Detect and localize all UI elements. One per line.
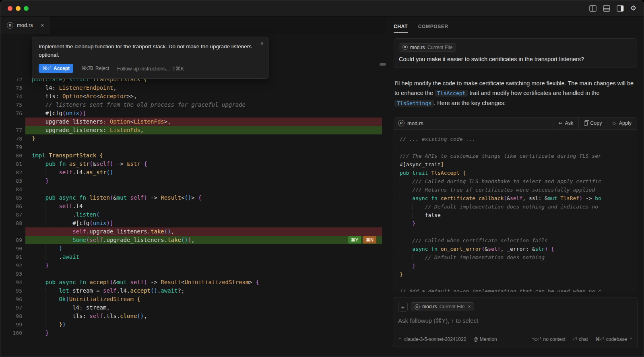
code-block-filename: R mod.rs bbox=[398, 120, 553, 126]
code-line: 93 bbox=[0, 270, 382, 278]
code-line: 96 Ok(UninitializedStream { bbox=[0, 295, 382, 303]
rust-file-icon: R bbox=[402, 45, 408, 50]
line-number: 74 bbox=[0, 92, 25, 101]
tab-chat[interactable]: CHAT bbox=[394, 24, 408, 33]
zoom-window-button[interactable] bbox=[24, 6, 29, 11]
ask-label: Ask bbox=[565, 120, 573, 126]
line-number: 89 bbox=[0, 236, 25, 244]
layout-panel-icon[interactable] bbox=[603, 5, 610, 12]
app-window: ⚙ R mod.rs × Implement the cleanup funct… bbox=[0, 0, 644, 357]
inline-edit-close-icon[interactable]: × bbox=[260, 40, 264, 47]
context-chip-badge: Current File bbox=[427, 45, 453, 50]
code-line: 81 pub fn as_str(&self) -> &str { bbox=[0, 160, 382, 168]
hint-label: chat bbox=[579, 336, 588, 342]
user-message-card: R mod.rs Current File Could you make it … bbox=[394, 38, 637, 68]
copy-button[interactable]: Copy bbox=[578, 118, 607, 129]
line-number: 95 bbox=[0, 287, 25, 295]
reject-button[interactable]: ⌘⌫ Reject bbox=[81, 66, 109, 71]
editor-pane: R mod.rs × Implement the cleanup functio… bbox=[0, 17, 387, 357]
code-line bbox=[400, 143, 637, 152]
assistant-text-segment: trait and modify how certificates are ha… bbox=[468, 90, 599, 96]
line-number: 90 bbox=[0, 244, 25, 253]
code-block-actions: ↩AskCopy▷Apply bbox=[553, 118, 637, 129]
chat-input-box[interactable]: + R mod.rs Current File × Ask followup (… bbox=[393, 297, 638, 347]
tab-composer[interactable]: COMPOSER bbox=[418, 24, 448, 33]
editor-scrollbar[interactable] bbox=[380, 63, 386, 66]
code-block-file-label: mod.rs bbox=[407, 120, 423, 126]
chat-code-block: R mod.rs ↩AskCopy▷Apply // ... existing … bbox=[394, 117, 637, 293]
line-number: 83 bbox=[0, 177, 25, 185]
accept-button[interactable]: ⌘⏎ Accept bbox=[39, 64, 73, 73]
line-number: 81 bbox=[0, 160, 25, 168]
code-line: 85 pub async fn listen(&mut self) -> Res… bbox=[0, 194, 382, 202]
inline-edit-prompt: Implement the cleanup function for the t… bbox=[39, 42, 262, 59]
code-line: 92 } bbox=[0, 261, 382, 270]
context-chip[interactable]: R mod.rs Current File bbox=[399, 43, 456, 52]
code-line bbox=[400, 228, 637, 236]
code-line: /// Called during TLS handshake to selec… bbox=[400, 177, 637, 186]
input-context-chip[interactable]: R mod.rs Current File × bbox=[411, 302, 474, 311]
code-line: } bbox=[400, 219, 637, 228]
code-block-header: R mod.rs ↩AskCopy▷Apply bbox=[394, 118, 637, 130]
chevron-up-icon: ⌃ bbox=[398, 337, 402, 342]
rust-file-icon: R bbox=[398, 120, 405, 126]
minimize-window-button[interactable] bbox=[16, 6, 21, 11]
code-line: 90 ) bbox=[0, 244, 382, 253]
diff-accept-badge[interactable]: ⌘Y bbox=[348, 236, 361, 244]
shortcut-keys: ⌘⏎ bbox=[595, 336, 604, 342]
code-line: 91 .await bbox=[0, 253, 382, 261]
chat-input-placeholder[interactable]: Ask followup (⌘Y), ↑ to select bbox=[398, 317, 633, 324]
line-number: 85 bbox=[0, 194, 25, 202]
code-line: 79 bbox=[0, 143, 382, 151]
line-number: 96 bbox=[0, 295, 25, 303]
diff-added-line: 77 upgrade_listeners: ListenFds, bbox=[0, 126, 382, 134]
code-line: /// Called when certificate selection fa… bbox=[400, 236, 637, 245]
code-line: // Add a default no-op implementation th… bbox=[400, 287, 637, 293]
diff-reject-badge[interactable]: ⌘N bbox=[363, 236, 376, 244]
chip-close-icon[interactable]: × bbox=[468, 304, 471, 310]
chat-input-chips-row: + R mod.rs Current File × bbox=[398, 302, 633, 312]
mention-button[interactable]: @ Mention bbox=[473, 336, 497, 342]
chat-hint[interactable]: ⏎chat bbox=[573, 336, 588, 342]
chat-tabs: CHAT COMPOSER bbox=[387, 17, 644, 36]
assistant-text-segment: . Here are the key changes: bbox=[434, 100, 506, 106]
model-selector[interactable]: ⌃ claude-3-5-sonnet-20241022 bbox=[398, 336, 466, 342]
layout-sidebar-icon[interactable] bbox=[589, 5, 597, 12]
editor-code[interactable]: 72pub(crate) struct TransportStack {73 l… bbox=[0, 75, 382, 337]
inline-edit-widget: Implement the cleanup function for the t… bbox=[32, 37, 268, 79]
line-number: 78 bbox=[0, 134, 25, 143]
chat-input-footer: ⌃ claude-3-5-sonnet-20241022 @ Mention ⌥… bbox=[398, 336, 633, 342]
code-line: 100 } bbox=[0, 329, 382, 337]
add-context-button[interactable]: + bbox=[398, 302, 408, 312]
code-line: 78} bbox=[0, 134, 382, 143]
apply-play-icon: ▷ bbox=[613, 120, 616, 126]
settings-gear-icon[interactable]: ⚙ bbox=[630, 5, 636, 12]
code-line: async fn certificate_callback(&self, ssl… bbox=[400, 194, 637, 202]
titlebar: ⚙ bbox=[0, 0, 644, 17]
chat-scroll-area[interactable]: R mod.rs Current File Could you make it … bbox=[387, 36, 644, 292]
input-chip-file: mod.rs bbox=[422, 304, 437, 310]
apply-button[interactable]: ▷Apply bbox=[607, 118, 637, 129]
diff-added-line: 89 Some(self.upgrade_listeners.take()),⌘… bbox=[0, 236, 382, 244]
tab-close-icon[interactable]: × bbox=[41, 22, 44, 29]
shortcut-keys: ⌥⏎ bbox=[532, 336, 541, 342]
copy-icon bbox=[584, 121, 588, 126]
editor-tab-mod-rs[interactable]: R mod.rs × bbox=[0, 17, 50, 34]
code-line: #[async_trait] bbox=[400, 160, 637, 169]
no-context-hint[interactable]: ⌥⏎no context bbox=[532, 336, 566, 342]
followup-instructions-link[interactable]: Follow-up instructions... ⇧⌘K bbox=[117, 66, 184, 72]
line-number: 73 bbox=[0, 84, 25, 92]
line-number: 91 bbox=[0, 253, 25, 261]
line-number: 84 bbox=[0, 185, 25, 194]
layout-sidebar-right-icon[interactable] bbox=[617, 5, 624, 12]
line-number: 82 bbox=[0, 168, 25, 177]
diff-removed-line: upgrade_listeners: Option<ListenFds>, bbox=[0, 118, 382, 126]
codebase-hint[interactable]: ⌘⏎codebase⌃ bbox=[595, 336, 633, 342]
ask-button[interactable]: ↩Ask bbox=[553, 118, 578, 129]
accept-label: Accept bbox=[54, 66, 70, 71]
line-number: 72 bbox=[0, 75, 25, 84]
close-window-button[interactable] bbox=[8, 6, 12, 11]
code-block-body[interactable]: // ... existing code .../// The APIs to … bbox=[394, 130, 637, 293]
code-line: 87 .listen( bbox=[0, 210, 382, 219]
code-line: 98 tls: self.tls.clone(), bbox=[0, 312, 382, 320]
